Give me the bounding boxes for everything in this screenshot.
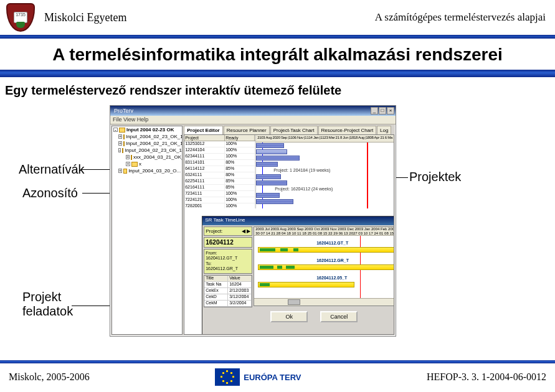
table-row[interactable]: 13253012100% [184,141,255,147]
window-titlebar[interactable]: ProTerv _ □ × [110,106,396,116]
annotation-projects: Projektek [409,170,461,184]
close-icon[interactable]: × [387,107,394,114]
divider-bar-thick [0,70,555,77]
table-row[interactable]: 62344111100% [184,154,255,160]
slide-footer: Miskolc, 2005-2006 EURÓPA TERV HEFOP-3. … [0,360,555,392]
gantt-lower: Project: 625411 11 Project: 172212 (20 w… [295,216,394,334]
europa-terv-logo: EURÓPA TERV [215,368,301,386]
date-line-red [367,142,368,208]
gantt-chart[interactable]: 2103 Aug 2020 Sep |1106 Nov |1114 Jan |1… [256,135,394,208]
gantt-row-label: Project: 16204112 (24 weeks) [275,187,333,191]
table-row[interactable]: CekEx2/12/2003 [204,288,252,294]
tree-node: +xxx_2004_03_21_OK_6 [112,154,182,161]
slide-subtitle: Egy termeléstervező rendszer interaktív … [0,77,555,100]
university-name: Miskolci Egyetem [44,11,126,24]
gantt-bar[interactable] [256,162,278,167]
tab-project-editor[interactable]: Project Editor [184,126,222,134]
tab-log[interactable]: Log [377,126,391,134]
project-selector[interactable]: Project: ◀ ▶ [204,226,252,236]
table-row[interactable]: 12244104100% [184,147,255,154]
annotation-identifier: Azonosító [22,186,78,200]
footer-project-code: HEFOP-3. 3. 1-2004-06-0012 [427,371,546,383]
table-row[interactable]: 6411411285% [184,166,255,172]
window-menubar[interactable]: File View Help [110,116,396,124]
window-title: ProTerv [111,108,133,114]
app-window: ProTerv _ □ × File View Help -Input 2004… [110,105,396,337]
annotation-line [81,169,111,170]
table-row[interactable]: 6225411185% [184,179,255,185]
slide-header: 1735 Miskolci Egyetem A számítógépes ter… [0,0,555,34]
gantt-row-label: Project: 1 204184 (19 weeks) [273,168,330,172]
col-ready[interactable]: Ready [225,135,255,141]
university-crest-icon: 1735 [6,3,35,32]
tree-node: -Input_2004_02_23_OK_1 [112,147,182,154]
project-id-display: 16204112 [204,237,252,248]
maximize-icon[interactable]: □ [379,107,386,114]
main-panel: Project Editor Resource Planner Project-… [184,126,394,335]
tree-panel[interactable]: -Input 2004 02-23 OK +Input_2004_02_23_O… [111,126,183,335]
col-project[interactable]: Project [184,135,225,141]
gantt-bar[interactable] [256,174,281,179]
footer-location-year: Miskolc, 2005-2006 [9,371,90,383]
project-editor-body: Project Ready 13253012100%12244104100%62… [184,134,394,335]
gantt-bar[interactable] [256,149,287,154]
logo-text: EURÓPA TERV [244,373,301,381]
content-area: Alternatívák Azonosító Projekt feladatok… [0,100,555,349]
course-name: A számítógépes termeléstervezés alapjai [375,11,546,24]
from-to-box: From: 16204112.GT_T To: 16204112.GR_T [204,249,252,274]
annotation-alternatives: Alternatívák [19,162,85,177]
gantt-bar[interactable] [256,156,300,161]
project-list[interactable]: Project Ready 13253012100%12244104100%62… [184,135,256,208]
tree-node: +x [112,161,182,167]
tab-resource-project-chart[interactable]: Resource-Project Chart [318,126,377,134]
table-row[interactable]: 8311410180% [184,160,255,166]
table-row[interactable]: 7234111100% [184,191,255,197]
tree-node: +Input_2004_02_21_OK_1 [112,140,182,147]
header-left: 1735 Miskolci Egyetem [6,3,126,32]
gantt-bar[interactable] [256,180,287,185]
table-row[interactable]: CekD3/12/2004 [204,294,252,301]
gantt-bar[interactable] [256,143,284,148]
annotation-line [396,177,408,178]
table-row[interactable]: 7224121100% [184,197,255,203]
table-row[interactable]: Task Na16204 [204,282,252,288]
tree-node: -Input 2004 02-23 OK [112,126,182,133]
tab-resource-planner[interactable]: Resource Planner [224,126,270,134]
gantt-header: 2103 Aug 2020 Sep |1106 Nov |1114 Jan |1… [256,135,394,142]
gantt-bar[interactable] [256,199,293,204]
minimize-icon[interactable]: _ [371,107,378,114]
tree-node: +Input_2004_03_20_O... [112,167,182,174]
table-row[interactable]: 632411180% [184,172,255,179]
property-grid[interactable]: Title Value Task Na16204CekEx2/12/2003Ce… [204,275,252,307]
table-row[interactable]: 7282001100% [184,203,255,208]
table-row[interactable]: 6216411185% [184,185,255,191]
annotation-project-tasks: Projekt feladatok [22,290,73,319]
tab-row: Project Editor Resource Planner Project-… [184,126,394,134]
eu-flag-icon [215,368,240,386]
tree-node: +Input_2004_02_23_OK_1 [112,133,182,140]
slide-title: A termelésinformatika integrált alkalmaz… [0,39,555,70]
tab-project-task-chart[interactable]: Project-Task Chart [270,126,318,134]
gantt-bar[interactable] [256,193,280,198]
